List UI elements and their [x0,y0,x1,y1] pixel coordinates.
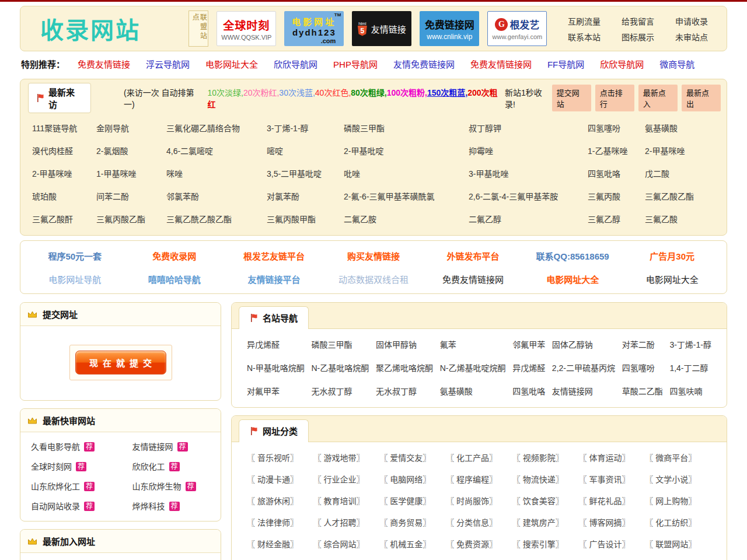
site-link[interactable]: 四氢吡咯 [588,167,645,179]
tab-famous-nav[interactable]: 名站导航 [239,306,309,329]
category-link[interactable]: 〖 爱情交友〗 [379,452,446,463]
site-link[interactable]: 3-丁烯-1-醇 [669,338,711,350]
site-link[interactable]: 固体乙醇钠 [552,338,615,350]
visits-action-button[interactable]: 最新点出 [682,85,721,111]
site-link[interactable]: 三氟乙酰乙酸乙酯 [166,213,267,225]
ad-link[interactable]: 友情链接平台 [224,273,324,285]
category-link[interactable]: 〖 电脑网络〗 [379,473,446,485]
union-sites-banner[interactable]: 联盟站点 [189,10,208,47]
site-link[interactable]: 2-氯烟酸 [96,145,166,156]
ad-link[interactable]: 电影网址导航 [25,273,125,285]
site-link[interactable]: 草酸二乙酯 [622,385,663,397]
site-link[interactable]: 四氢噻吩 [588,122,645,134]
site-link[interactable]: 2-甲基咪唑 [32,167,96,179]
category-link[interactable]: 〖 综合网站〗 [313,538,380,550]
category-link[interactable]: 〖 医学健康〗 [379,495,446,506]
header-link[interactable]: 图标展示 [622,31,654,43]
category-link[interactable]: 〖 人才招聘〗 [313,516,380,528]
ad-link[interactable]: 免费收录网 [125,250,225,262]
site-link[interactable]: 抑霉唑 [469,145,588,156]
category-link[interactable]: 〖 军事资讯〗 [579,473,645,485]
tab-latest-visits[interactable]: 最新来访 [28,83,91,113]
special-link[interactable]: 微商导航 [659,58,694,70]
site-link[interactable]: 邻氟甲苯 [512,338,545,350]
site-link[interactable]: 2,6-二氯-4-三氟甲基苯胺 [469,190,588,202]
banner-html5-links[interactable]: html 5 友情链接 [352,11,411,46]
site-link[interactable]: 聚乙烯吡咯烷酮 [376,362,433,373]
site-link[interactable]: 三氟乙醇 [588,213,645,225]
site-link[interactable]: 三氟乙酸酐 [32,213,96,225]
category-link[interactable]: 〖 饮食美容〗 [512,495,579,506]
site-link[interactable]: 四氢吡咯 [512,385,545,397]
tab-categories[interactable]: 网址分类 [239,419,309,442]
site-link[interactable]: 1-乙基咪唑 [588,145,645,156]
category-link[interactable]: 〖 物流快递〗 [512,473,579,485]
site-link[interactable]: 友情链接网荐 [132,440,210,452]
site-link[interactable]: 友情链接网 [552,385,615,397]
site-link[interactable]: 氨基磺酸 [440,385,506,397]
site-link[interactable]: 2-甲基咪唑 [645,145,715,156]
category-link[interactable]: 〖 机械五金〗 [379,538,446,550]
category-link[interactable]: 〖 免费资源〗 [446,538,512,550]
category-link[interactable]: 〖 教育培训〗 [313,495,380,506]
site-link[interactable]: 磷酸三甲酯 [344,122,469,134]
category-link[interactable]: 〖 商务贸易〗 [379,516,446,528]
site-link[interactable]: 1,4-丁二醇 [669,362,711,373]
site-link[interactable]: 咪唑 [166,167,267,179]
category-link[interactable]: 〖 财经金融〗 [247,538,313,550]
site-link[interactable]: 对氯苯酚 [267,190,344,202]
site-link[interactable]: 四氢呋喃 [669,385,711,397]
site-link[interactable]: 三氟乙酸乙酯 [645,190,715,202]
site-link[interactable]: 金刚导航 [96,122,166,134]
site-link[interactable]: N-乙烯基吡啶烷酮 [440,362,506,373]
site-link[interactable]: 无水叔丁醇 [311,385,369,397]
site-link[interactable]: 三氟化硼乙腈络合物 [166,122,267,134]
category-link[interactable]: 〖 鲜花礼品〗 [579,495,645,506]
category-link[interactable]: 〖 视频影院〗 [512,452,579,463]
site-link[interactable]: 二氟乙醇 [469,213,588,225]
category-link[interactable]: 〖 化工纺织〗 [645,516,711,528]
banner-dydh123[interactable]: TM 电影网址 dydh123 .com [284,11,344,46]
special-link[interactable]: 浮云导航网 [146,58,190,70]
site-link[interactable]: 全球时刻网荐 [31,460,132,472]
category-link[interactable]: 〖 分类信息〗 [446,516,512,528]
category-link[interactable]: 〖 网上购物〗 [645,495,711,506]
category-link[interactable]: 〖 广告设计〗 [579,538,645,550]
submit-now-button[interactable]: 现在就提交 [75,351,166,374]
site-link[interactable]: 111聚链导航 [32,122,96,134]
header-link[interactable]: 申请收录 [675,15,708,27]
category-link[interactable]: 〖 音乐视听〗 [247,452,313,463]
category-link[interactable]: 〖 体育运动〗 [579,452,645,463]
ad-link[interactable]: 动态数据双线合租 [324,273,424,285]
banner-cnlink[interactable]: 免费链接网 www.cnlink.vip [420,11,479,46]
site-link[interactable]: 叔丁醇钾 [469,122,588,134]
ad-link[interactable]: 嘻嘻哈哈导航 [125,273,225,285]
site-link[interactable]: 无水叔丁醇 [376,385,433,397]
site-link[interactable]: 固体甲醇钠 [376,338,433,350]
ad-link[interactable]: 联系QQ:85618659 [523,250,623,262]
site-link[interactable]: 异戊烯醛 [247,338,305,350]
category-link[interactable]: 〖 化工产品〗 [446,452,512,463]
category-link[interactable]: 〖 时尚服饰〗 [446,495,512,506]
site-link[interactable]: 邻氯苯酚 [166,190,267,202]
site-link[interactable]: 3-甲基吡唑 [469,167,588,179]
category-link[interactable]: 〖 动漫卡通〗 [247,473,313,485]
category-link[interactable]: 〖 游戏地带〗 [313,452,380,463]
header-link[interactable]: 未审站点 [675,31,708,43]
special-link[interactable]: 欣欣导航网 [600,58,644,70]
site-link[interactable]: 自动网站收录荐 [31,500,132,512]
site-link[interactable]: 1-甲基咪唑 [96,167,166,179]
site-link[interactable]: 对氟甲苯 [247,385,305,397]
category-link[interactable]: 〖 博客网摘〗 [579,516,645,528]
category-link[interactable]: 〖 法律律师〗 [247,516,313,528]
site-link[interactable]: 2,2-二甲硫基丙烷 [552,362,615,373]
site-link[interactable]: 山东欣烨生物荐 [132,480,210,492]
category-link[interactable]: 〖 行业企业〗 [313,473,380,485]
site-link[interactable]: 二氟乙胺 [344,213,469,225]
site-link[interactable]: 2-甲基吡啶 [344,145,469,156]
banner-qqsk[interactable]: 全球时刻 WWW.QQSK.VIP [217,11,276,46]
site-link[interactable]: 3-丁烯-1-醇 [267,122,344,134]
site-link[interactable]: 琥珀酸 [32,190,96,202]
site-link[interactable]: 三氟丙酸 [588,190,645,202]
site-link[interactable]: 山东欣烨化工荐 [31,480,132,492]
